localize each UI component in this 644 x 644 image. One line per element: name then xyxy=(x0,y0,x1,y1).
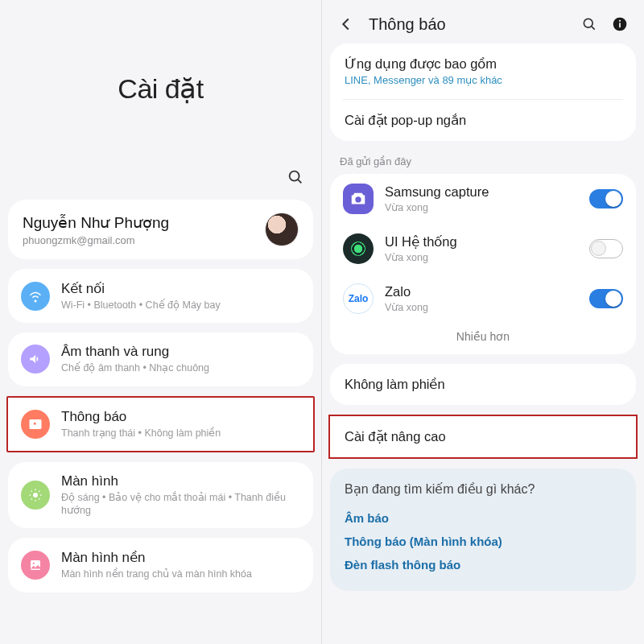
search-icon[interactable] xyxy=(284,166,307,188)
svg-point-4 xyxy=(33,563,35,564)
profile-card[interactable]: Nguyễn Như Phượng phuongzmk@gmail.com xyxy=(8,200,313,259)
search-icon[interactable] xyxy=(578,13,601,35)
included-popup-card: Ứng dụng được bao gồm LINE, Messenger và… xyxy=(330,43,636,141)
svg-line-1 xyxy=(298,180,301,183)
suggest-link-lockscreen[interactable]: Thông báo (Màn hình khóa) xyxy=(345,530,621,553)
svg-point-9 xyxy=(619,20,621,22)
svg-point-5 xyxy=(584,19,592,27)
display-icon xyxy=(21,481,50,510)
svg-point-2 xyxy=(33,493,38,497)
row-advanced-settings[interactable]: Cài đặt nâng cao xyxy=(330,416,636,457)
app-zalo[interactable]: Zalo Zalo Vừa xong xyxy=(330,274,636,324)
row-notifications[interactable]: Thông báo Thanh trạng thái • Không làm p… xyxy=(8,398,313,451)
row-popup-settings[interactable]: Cài đặt pop-up ngắn xyxy=(330,100,636,141)
profile-email: phuongzmk@gmail.com xyxy=(23,234,169,246)
svg-point-0 xyxy=(290,171,299,181)
suggest-link-sound[interactable]: Âm báo xyxy=(345,506,621,530)
sound-icon xyxy=(21,345,50,374)
toolbar xyxy=(0,161,321,200)
recent-apps-card: Samsung capture Vừa xong UI Hệ thống Vừa… xyxy=(330,174,636,354)
profile-name: Nguyễn Như Phượng xyxy=(23,213,169,232)
highlight-notifications: Thông báo Thanh trạng thái • Không làm p… xyxy=(6,396,315,452)
back-icon[interactable] xyxy=(335,13,357,35)
toggle[interactable] xyxy=(589,189,623,208)
page-title: Cài đặt xyxy=(0,0,321,161)
suggestions-title: Bạn đang tìm kiếm điều gì khác? xyxy=(345,481,621,497)
app-icon: Zalo xyxy=(343,283,374,314)
notifications-screen: Thông báo Ứng dụng được bao gồm LINE, Me… xyxy=(322,0,644,644)
wifi-icon xyxy=(21,282,50,311)
header-title: Thông báo xyxy=(369,15,570,34)
row-display[interactable]: Màn hình Độ sáng • Bảo vệ cho mắt thoải … xyxy=(8,462,313,529)
more-button[interactable]: Nhiều hơn xyxy=(330,324,636,354)
toggle[interactable] xyxy=(589,239,623,258)
row-dnd[interactable]: Không làm phiền xyxy=(330,364,636,405)
recent-label: Đã gửi gần đây xyxy=(322,151,644,174)
header: Thông báo xyxy=(322,0,644,43)
highlight-advanced: Cài đặt nâng cao xyxy=(328,415,638,459)
suggest-link-flash[interactable]: Đèn flash thông báo xyxy=(345,553,621,576)
notification-icon xyxy=(21,410,50,439)
app-samsung-capture[interactable]: Samsung capture Vừa xong xyxy=(330,174,636,224)
row-sound[interactable]: Âm thanh và rung Chế độ âm thanh • Nhạc … xyxy=(8,332,313,386)
svg-rect-8 xyxy=(619,23,621,27)
row-included-apps[interactable]: Ứng dụng được bao gồm LINE, Messenger và… xyxy=(330,43,636,99)
row-connections[interactable]: Kết nối Wi-Fi • Bluetooth • Chế độ Máy b… xyxy=(8,269,313,323)
toggle[interactable] xyxy=(589,289,623,308)
settings-screen: Cài đặt Nguyễn Như Phượng phuongzmk@gmai… xyxy=(0,0,322,644)
wallpaper-icon xyxy=(21,551,50,580)
app-system-ui[interactable]: UI Hệ thống Vừa xong xyxy=(330,224,636,274)
info-icon[interactable] xyxy=(609,13,631,35)
app-icon xyxy=(343,233,374,264)
avatar[interactable] xyxy=(265,213,299,246)
row-wallpaper[interactable]: Màn hình nền Màn hình nền trang chủ và m… xyxy=(8,538,313,592)
suggestions-card: Bạn đang tìm kiếm điều gì khác? Âm báo T… xyxy=(330,469,636,591)
svg-line-6 xyxy=(592,27,595,30)
app-icon xyxy=(343,184,374,214)
